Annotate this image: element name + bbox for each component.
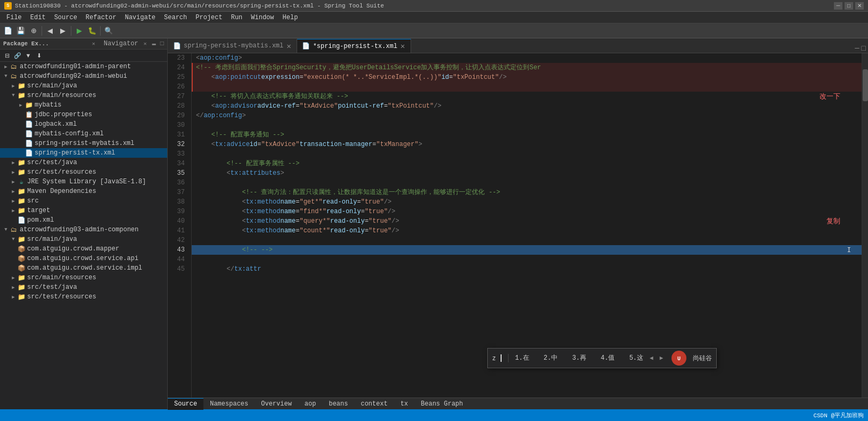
tree-item-spring-tx[interactable]: 📄 spring-persist-tx.xml [0, 148, 167, 158]
sidebar-nav-close-icon[interactable]: ✕ [144, 41, 147, 47]
sidebar-close-icon[interactable]: ✕ [92, 41, 95, 47]
autocomplete-option-3[interactable]: 3.再 [572, 353, 586, 363]
autocomplete-option-4[interactable]: 4.值 [601, 353, 615, 363]
tree-item-src-main-res-03[interactable]: ▶ 📁 src/main/resources [0, 273, 167, 282]
status-text: CSDN @平凡加班狗 [813, 411, 864, 419]
tree-item-spring-mybatis[interactable]: 📄 spring-persist-mybatis.xml [0, 139, 167, 148]
tree-item-service-api[interactable]: 📦 com.atguigu.crowd.service.api [0, 254, 167, 263]
tree-item-logback[interactable]: 📄 logback.xml [0, 119, 167, 129]
tree-arrow: ▼ [10, 237, 17, 242]
tree-item-target[interactable]: ▶ 📁 target [0, 206, 167, 215]
save-button[interactable]: 💾 [15, 25, 27, 37]
menu-navigate[interactable]: Navigate [120, 12, 160, 23]
autocomplete-right-arrow[interactable]: ▶ [660, 353, 664, 363]
tab-close-icon[interactable]: ✕ [286, 42, 291, 51]
sidebar-package-explorer-title: Package Ex... [3, 41, 89, 47]
project-icon: 🗂 [10, 72, 18, 80]
tree-item-atcrowdfunding02[interactable]: ▼ 🗂 atcrowdfunding02-admin-webui [0, 71, 167, 81]
bottom-tab-aop[interactable]: aop [298, 398, 323, 410]
tree-item-mybatis-config[interactable]: 📄 mybatis-config.xml [0, 129, 167, 139]
code-editor[interactable]: 23 24 25 26 27 28 29 30 31 32 33 34 35 3… [168, 53, 868, 398]
minimize-editor-icon[interactable]: ─ [855, 44, 859, 53]
tree-item-src-main-java-03[interactable]: ▼ 📁 src/main/java [0, 234, 167, 244]
folder-icon: 📁 [17, 197, 26, 205]
tree-item-mapper[interactable]: 📦 com.atguigu.crowd.mapper [0, 244, 167, 254]
close-button[interactable]: ✕ [855, 2, 864, 10]
vertical-scrollbar[interactable] [862, 53, 868, 398]
code-line-24: <!-- 考虑到后面我们整合SpringSecurity，避免把UserDeta… [192, 63, 862, 72]
forward-button[interactable]: ▶ [57, 25, 69, 37]
tree-item-maven[interactable]: ▶ 📁 Maven Dependencies [0, 187, 167, 196]
menu-window[interactable]: Window [247, 12, 278, 23]
debug-button[interactable]: 🐛 [86, 25, 98, 37]
filter-button[interactable]: ▼ [23, 51, 33, 60]
new-button[interactable]: 📄 [2, 25, 14, 37]
save-all-button[interactable]: ⊕ [28, 25, 39, 37]
line-num-25: 25 [168, 72, 188, 82]
bottom-tab-namespaces[interactable]: Namespaces [203, 398, 255, 410]
code-content[interactable]: <aop:config> <!-- 考虑到后面我们整合SpringSecurit… [192, 53, 862, 398]
sidebar-navigator-label[interactable]: Navigator [104, 40, 138, 47]
code-line-23: <aop:config> [192, 53, 862, 63]
back-button[interactable]: ◀ [44, 25, 56, 37]
tree-item-service-impl[interactable]: 📦 com.atguigu.crowd.service.impl [0, 263, 167, 273]
autocomplete-option-2[interactable]: 2.中 [544, 353, 558, 363]
autocomplete-option-1[interactable]: 1.在 [515, 353, 529, 363]
menu-search[interactable]: Search [160, 12, 191, 23]
folder-icon: 📁 [17, 273, 26, 282]
tree-arrow: ▶ [10, 285, 17, 290]
tree-item-src-main-resources[interactable]: ▼ 📁 src/main/resources [0, 91, 167, 100]
line-num-43: 43 [168, 245, 188, 255]
line-num-35: 35 [168, 168, 188, 178]
bottom-tab-source[interactable]: Source [168, 398, 203, 410]
tab-label: *spring-persist-tx.xml [313, 43, 397, 50]
tree-item-src-main-java[interactable]: ▶ 📁 src/main/java [0, 81, 167, 91]
menu-help[interactable]: Help [279, 12, 302, 23]
tree-item-jre[interactable]: ▶ ☕ JRE System Library [JavaSE-1.8] [0, 177, 167, 187]
menu-edit[interactable]: Edit [26, 12, 50, 23]
bottom-tab-overview[interactable]: Overview [255, 398, 298, 410]
bottom-tab-beans[interactable]: beans [322, 398, 354, 410]
menu-project[interactable]: Project [191, 12, 226, 23]
maximize-button[interactable]: □ [845, 2, 853, 10]
tree-item-atcrowdfunding01[interactable]: ▶ 🗂 atcrowdfunding01-admin-parent [0, 62, 167, 71]
tree-item-src-test-java[interactable]: ▶ 📁 src/test/java [0, 158, 167, 167]
link-editor-button[interactable]: 🔗 [13, 51, 22, 60]
code-line-28: <aop:advisor advice-ref="txAdvice" point… [192, 101, 862, 111]
bottom-tab-tx[interactable]: tx [394, 398, 414, 410]
tree-item-pom[interactable]: 📄 pom.xml [0, 215, 167, 225]
search-button[interactable]: 🔍 [103, 25, 114, 37]
tree-label: mybatis-config.xml [35, 130, 104, 137]
maximize-editor-icon[interactable]: □ [862, 44, 866, 53]
tree-item-src[interactable]: ▶ 📁 src [0, 196, 167, 206]
menu-source[interactable]: Source [50, 12, 81, 23]
tree-arrow: ▼ [2, 74, 10, 79]
sidebar-down-button[interactable]: ⬇ [34, 51, 44, 60]
autocomplete-left-arrow[interactable]: ◀ [650, 353, 653, 363]
menu-file[interactable]: File [2, 12, 26, 23]
menu-run[interactable]: Run [227, 12, 247, 23]
tab-tx[interactable]: 📄 *spring-persist-tx.xml ✕ [297, 39, 411, 53]
minimize-button[interactable]: ─ [834, 2, 842, 10]
sidebar-maximize-icon[interactable]: □ [160, 40, 164, 47]
menu-refactor[interactable]: Refactor [81, 12, 121, 23]
scroll-thumb[interactable] [863, 69, 868, 101]
collapse-all-button[interactable]: ⊟ [2, 51, 12, 60]
tree-item-src-test-res-03[interactable]: ▶ 📁 src/test/resources [0, 292, 167, 302]
tree-item-src-test-java-03[interactable]: ▶ 📁 src/test/java [0, 282, 167, 292]
sidebar-minimize-icon[interactable]: ▬ [152, 40, 156, 47]
run-button[interactable]: ▶ [73, 25, 85, 37]
tab-close-icon[interactable]: ✕ [400, 42, 405, 51]
tree-item-mybatis[interactable]: ▶ 📁 mybatis [0, 100, 167, 110]
autocomplete-option-5[interactable]: 5.这 [629, 353, 643, 363]
tree-label: pom.xml [27, 216, 54, 224]
window-controls[interactable]: ─ □ ✕ [834, 2, 864, 10]
tree-item-src-test-resources[interactable]: ▶ 📁 src/test/resources [0, 167, 167, 177]
bottom-tab-context[interactable]: context [354, 398, 394, 410]
bottom-tab-beans-graph[interactable]: Beans Graph [414, 398, 469, 410]
tree-item-atcrowdfunding03[interactable]: ▼ 🗂 atcrowdfunding03-admin-componen [0, 225, 167, 234]
tab-mybatis[interactable]: 📄 spring-persist-mybatis.xml ✕ [168, 39, 297, 53]
tree-item-jdbc[interactable]: 📋 jdbc.properties [0, 110, 167, 119]
tree-arrow: ▶ [10, 198, 17, 204]
editor-actions: ─ □ [853, 44, 868, 53]
